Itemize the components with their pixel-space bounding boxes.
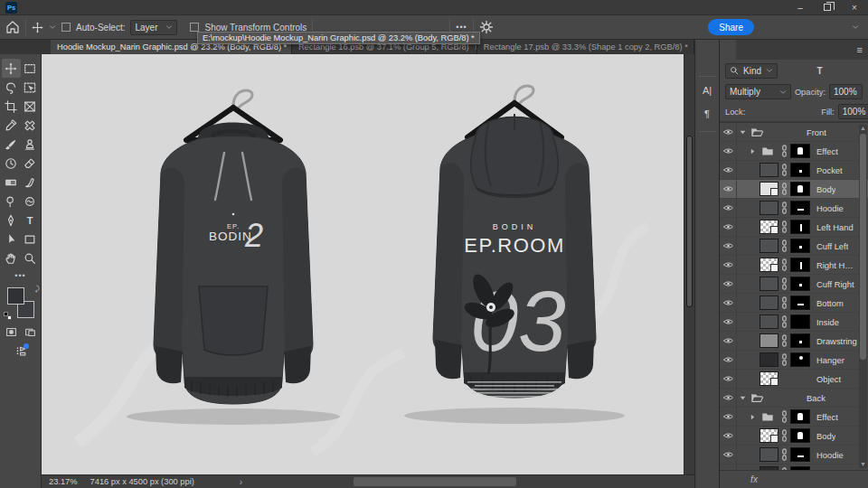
menu-item[interactable] — [125, 3, 139, 13]
lock-position-icon[interactable] — [776, 107, 787, 117]
close-button[interactable]: × — [841, 0, 868, 15]
expand-caret-icon[interactable] — [749, 375, 757, 383]
layer-mask-thumbnail[interactable] — [790, 428, 810, 443]
quick-mask-icon[interactable] — [5, 326, 17, 338]
layer-mask-thumbnail[interactable] — [790, 352, 810, 367]
tab-rectangle-17[interactable]: Rectangle 17.psb @ 33.3% (Shape 1 copy 2… — [477, 40, 694, 54]
filter-image-icon[interactable] — [783, 65, 795, 77]
visibility-eye-icon[interactable] — [720, 180, 737, 199]
brush-tool[interactable] — [2, 135, 21, 154]
layer-thumbnail[interactable] — [760, 466, 778, 470]
layer-hoodie-back[interactable]: Hoodie — [720, 446, 868, 465]
layer-thumbnail[interactable] — [760, 258, 778, 272]
visibility-eye-icon[interactable] — [720, 294, 737, 313]
expand-caret-icon[interactable] — [749, 185, 757, 193]
expand-caret-icon[interactable] — [749, 432, 757, 440]
layer-thumbnail[interactable] — [760, 163, 778, 177]
visibility-eye-icon[interactable] — [720, 370, 737, 389]
menu-item[interactable] — [67, 3, 81, 13]
expand-caret-icon[interactable] — [749, 337, 757, 345]
workspace-icon[interactable] — [831, 22, 843, 33]
hand-tool[interactable] — [2, 249, 21, 267]
layer-mask-thumbnail[interactable] — [790, 258, 810, 272]
filter-adjustment-icon[interactable] — [798, 65, 810, 77]
visibility-eye-icon[interactable] — [720, 218, 737, 237]
scrollbar-thumb[interactable] — [860, 134, 866, 360]
layer-thumbnail[interactable] — [760, 447, 778, 462]
mask-link-icon[interactable] — [781, 221, 788, 233]
foreground-color-swatch[interactable] — [7, 287, 24, 305]
layer-cuff-left[interactable]: Cuff Left — [720, 237, 868, 256]
mask-link-icon[interactable] — [781, 429, 788, 442]
move-tool[interactable] — [2, 59, 21, 78]
layer-style-fx-icon[interactable]: fx — [749, 474, 760, 485]
tab-channels[interactable] — [736, 40, 752, 60]
expand-caret-icon[interactable] — [749, 451, 757, 459]
canvas-horizontal-scrollbar-thumb[interactable] — [354, 477, 516, 486]
lock-transparency-icon[interactable] — [749, 107, 760, 117]
mask-link-icon[interactable] — [781, 410, 788, 423]
filter-kind-dropdown[interactable]: Kind — [725, 63, 778, 79]
layer-drawstring[interactable]: Drawstring — [720, 332, 868, 351]
history-panel-icon[interactable] — [700, 49, 714, 69]
layer-pocket[interactable]: Pocket — [720, 161, 868, 180]
mask-link-icon[interactable] — [781, 448, 788, 461]
sponge-tool[interactable] — [21, 192, 40, 211]
mask-link-icon[interactable] — [781, 145, 788, 157]
filter-smart-icon[interactable] — [844, 65, 856, 77]
menu-item[interactable] — [38, 3, 52, 13]
layer-mask-thumbnail[interactable] — [790, 333, 810, 348]
layer-mask-thumbnail[interactable] — [790, 296, 810, 310]
layer-effect-front[interactable]: Effect — [720, 142, 868, 161]
canvas-vertical-scrollbar[interactable] — [684, 54, 694, 474]
visibility-eye-icon[interactable] — [720, 408, 737, 427]
expand-caret-icon[interactable] — [749, 204, 757, 212]
layer-thumbnail[interactable] — [760, 201, 778, 215]
layer-back[interactable]: Back — [720, 389, 868, 408]
chevron-down-icon[interactable] — [49, 23, 56, 31]
minimize-button[interactable]: – — [787, 0, 814, 15]
layer-mask-thumbnail[interactable] — [790, 409, 810, 424]
properties-panel-icon[interactable] — [700, 183, 714, 202]
menu-item[interactable] — [52, 3, 67, 13]
layer-thumbnail[interactable] — [760, 371, 778, 386]
visibility-eye-icon[interactable] — [720, 446, 737, 465]
dodge-tool[interactable] — [2, 192, 21, 211]
gradient-tool[interactable] — [2, 173, 21, 192]
layer-mask-thumbnail[interactable] — [790, 220, 810, 234]
object-selection-tool[interactable] — [21, 78, 40, 97]
move-tool-icon[interactable] — [32, 22, 43, 33]
frame-tool[interactable] — [21, 97, 40, 116]
layer-thumbnail[interactable] — [760, 220, 778, 234]
layer-mask-thumbnail[interactable] — [790, 447, 810, 462]
expand-caret-icon[interactable] — [749, 223, 757, 231]
edit-toolbar-icon[interactable]: ••• — [0, 271, 41, 280]
path-selection-tool[interactable] — [2, 230, 21, 249]
expand-caret-icon[interactable] — [749, 413, 757, 421]
lock-all-icon[interactable] — [803, 107, 814, 117]
expand-caret-icon[interactable] — [749, 261, 757, 269]
expand-caret-icon[interactable] — [749, 299, 757, 307]
visibility-eye-icon[interactable] — [720, 237, 737, 256]
pen-tool[interactable] — [2, 211, 21, 230]
layer-front[interactable]: Front — [720, 123, 868, 142]
layer-thumbnail[interactable] — [760, 352, 778, 367]
visibility-eye-icon[interactable] — [720, 123, 737, 142]
restore-button[interactable] — [814, 0, 841, 15]
visibility-eye-icon[interactable] — [720, 142, 737, 161]
opacity-dropdown[interactable]: 100% — [829, 84, 863, 99]
adjustment-layer-icon[interactable] — [788, 474, 800, 485]
lasso-tool[interactable] — [2, 78, 21, 97]
menu-item[interactable] — [139, 3, 154, 13]
mask-link-icon[interactable] — [781, 334, 788, 347]
layer-mask-thumbnail[interactable] — [790, 466, 810, 470]
expand-caret-icon[interactable] — [749, 147, 757, 155]
zoom-level[interactable]: 23.17% — [49, 477, 78, 486]
layer-inside[interactable]: Inside — [720, 313, 868, 332]
layer-thumbnail[interactable] — [760, 409, 778, 424]
layer-thumbnail[interactable] — [760, 333, 778, 348]
expand-caret-icon[interactable] — [749, 356, 757, 364]
layer-body-front[interactable]: Body — [720, 180, 868, 199]
type-tool[interactable]: T — [21, 211, 40, 230]
layers-scrollbar[interactable]: ▲ ▼ — [859, 125, 867, 468]
